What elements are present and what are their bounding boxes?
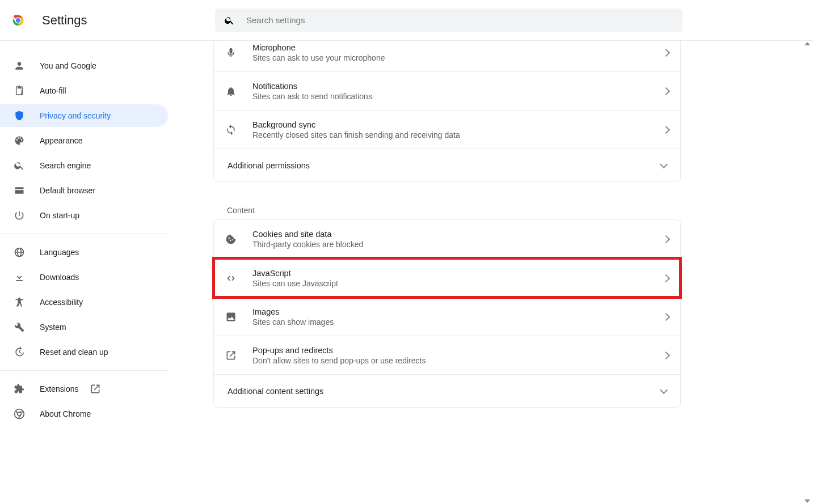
- accessibility-icon: [14, 297, 25, 308]
- setting-title: Cookies and site data: [252, 230, 663, 239]
- page-title: Settings: [42, 13, 87, 28]
- power-icon: [14, 210, 25, 221]
- setting-subtitle: Don't allow sites to send pop-ups or use…: [252, 356, 663, 365]
- additional-permissions-expander[interactable]: Additional permissions: [214, 149, 680, 181]
- search-icon: [224, 15, 235, 26]
- setting-title: Background sync: [252, 120, 663, 129]
- sidebar-item-downloads[interactable]: Downloads: [0, 266, 168, 289]
- setting-title: Pop-ups and redirects: [252, 346, 663, 355]
- globe-icon: [14, 247, 25, 258]
- expander-label: Additional permissions: [228, 161, 661, 170]
- palette-icon: [14, 135, 25, 146]
- chrome-logo-icon: [10, 12, 26, 28]
- sidebar-item-you-and-google[interactable]: You and Google: [0, 54, 168, 77]
- search-icon: [14, 160, 25, 171]
- sidebar-item-system[interactable]: System: [0, 316, 168, 338]
- sidebar-item-search-engine[interactable]: Search engine: [0, 154, 168, 177]
- image-icon: [225, 311, 237, 323]
- setting-row-pop-ups-and-redirects[interactable]: Pop-ups and redirects Don't allow sites …: [214, 336, 680, 374]
- search-input[interactable]: [246, 15, 673, 25]
- sidebar-divider: [0, 370, 168, 371]
- sidebar-item-label: Default browser: [40, 186, 95, 195]
- sidebar-item-label: Appearance: [40, 136, 83, 145]
- chevron-right-icon: [662, 235, 670, 243]
- sidebar-item-label: Reset and clean up: [40, 348, 108, 357]
- expander-label: Additional content settings: [228, 387, 661, 396]
- sidebar-item-languages[interactable]: Languages: [0, 241, 168, 264]
- setting-subtitle: Recently closed sites can finish sending…: [252, 130, 663, 139]
- sidebar-item-label: Privacy and security: [40, 111, 111, 120]
- setting-subtitle: Sites can ask to send notifications: [252, 92, 663, 101]
- sidebar-item-privacy-and-security[interactable]: Privacy and security: [0, 104, 168, 127]
- setting-row-images[interactable]: Images Sites can show images: [214, 297, 680, 336]
- openext-icon: [225, 350, 237, 361]
- sidebar-item-reset-and-clean-up[interactable]: Reset and clean up: [0, 341, 168, 363]
- shield-icon: [14, 110, 25, 121]
- history-icon: [14, 346, 25, 358]
- person-icon: [14, 60, 25, 71]
- topbar: Settings: [0, 0, 813, 41]
- mic-icon: [225, 47, 237, 58]
- sidebar-item-label: On start-up: [40, 211, 79, 220]
- sidebar-item-auto-fill[interactable]: Auto-fill: [0, 79, 168, 102]
- chevron-right-icon: [662, 125, 670, 133]
- sidebar-item-label: About Chrome: [40, 409, 91, 418]
- chevron-down-icon: [660, 160, 668, 168]
- main-content: Microphone Sites can ask to use your mic…: [168, 41, 813, 504]
- chevron-right-icon: [662, 87, 670, 95]
- clipboard-icon: [14, 85, 25, 96]
- sidebar-item-label: You and Google: [40, 61, 96, 70]
- setting-title: Notifications: [252, 82, 663, 91]
- setting-row-background-sync[interactable]: Background sync Recently closed sites ca…: [214, 110, 680, 149]
- chevron-right-icon: [662, 49, 670, 57]
- puzzle-icon: [14, 383, 25, 395]
- setting-subtitle: Sites can use Javascript: [252, 279, 663, 288]
- setting-title: Microphone: [252, 43, 663, 52]
- sidebar-item-on-start-up[interactable]: On start-up: [0, 204, 168, 227]
- scrollbar[interactable]: [803, 41, 812, 504]
- setting-title: JavaScript: [252, 269, 663, 278]
- open-external-icon: [90, 383, 101, 395]
- sidebar-item-label: Accessibility: [40, 298, 83, 307]
- setting-row-notifications[interactable]: Notifications Sites can ask to send noti…: [214, 71, 680, 110]
- bell-icon: [225, 86, 237, 97]
- additional-content-settings-expander[interactable]: Additional content settings: [214, 374, 680, 407]
- browser-icon: [14, 185, 25, 196]
- sidebar-item-label: System: [40, 323, 66, 332]
- setting-subtitle: Sites can show images: [252, 317, 663, 327]
- search-settings[interactable]: [215, 9, 683, 32]
- setting-row-cookies-and-site-data[interactable]: Cookies and site data Third-party cookie…: [214, 220, 680, 259]
- setting-subtitle: Third-party cookies are blocked: [252, 240, 663, 249]
- svg-point-4: [16, 18, 20, 23]
- chevron-right-icon: [662, 351, 670, 359]
- chevron-down-icon: [660, 386, 668, 393]
- code-icon: [225, 273, 237, 284]
- scroll-up-icon[interactable]: [804, 42, 810, 45]
- chrome-icon: [14, 408, 25, 420]
- setting-row-javascript[interactable]: JavaScript Sites can use Javascript: [214, 259, 680, 297]
- content-panel: Cookies and site data Third-party cookie…: [213, 219, 681, 408]
- setting-subtitle: Sites can ask to use your microphone: [252, 53, 663, 62]
- sidebar-item-label: Extensions: [40, 384, 78, 393]
- scroll-down-icon[interactable]: [804, 499, 810, 503]
- permissions-panel: Microphone Sites can ask to use your mic…: [213, 41, 681, 182]
- sidebar-item-accessibility[interactable]: Accessibility: [0, 291, 168, 314]
- sidebar: You and GoogleAuto-fillPrivacy and secur…: [0, 41, 168, 504]
- sidebar-divider: [0, 234, 168, 234]
- download-icon: [14, 272, 25, 283]
- cookie-icon: [225, 234, 237, 245]
- sync-icon: [225, 124, 237, 135]
- sidebar-item-appearance[interactable]: Appearance: [0, 129, 168, 152]
- sidebar-item-label: Auto-fill: [40, 86, 66, 95]
- wrench-icon: [14, 321, 25, 333]
- chevron-right-icon: [662, 312, 670, 320]
- sidebar-item-label: Downloads: [40, 273, 79, 282]
- sidebar-item-extensions[interactable]: Extensions: [0, 378, 168, 400]
- setting-row-microphone[interactable]: Microphone Sites can ask to use your mic…: [214, 41, 680, 71]
- sidebar-item-label: Search engine: [40, 161, 91, 170]
- sidebar-item-about-chrome[interactable]: About Chrome: [0, 403, 168, 425]
- content-section-header: Content: [213, 196, 681, 219]
- sidebar-item-default-browser[interactable]: Default browser: [0, 179, 168, 202]
- setting-title: Images: [252, 307, 663, 316]
- chevron-right-icon: [662, 274, 670, 282]
